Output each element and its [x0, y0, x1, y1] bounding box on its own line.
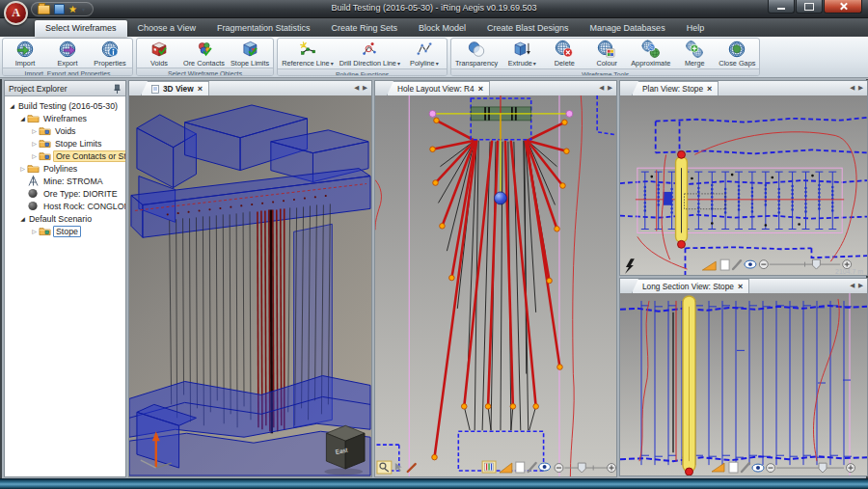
delete-button[interactable]: Delete [543, 39, 585, 68]
globe-properties-icon [100, 40, 120, 59]
tree-item-stope-limits[interactable]: ▷ Stope Limits [5, 137, 125, 149]
tree-item-label: Mine: STROMA [41, 177, 105, 186]
export-button[interactable]: Export [46, 39, 89, 68]
expander-icon[interactable]: ◢ [18, 215, 27, 222]
tab-help[interactable]: Help [676, 20, 716, 37]
close-gaps-button[interactable]: Close Gaps [716, 39, 758, 68]
tab-create-ring-sets[interactable]: Create Ring Sets [320, 20, 408, 37]
hole-layout-viewport[interactable] [375, 95, 616, 476]
window-controls [768, 0, 862, 14]
tab-block-model[interactable]: Block Model [408, 20, 476, 37]
tree-item-stope[interactable]: ▷ Stope [5, 225, 125, 237]
page-tool-icon[interactable] [516, 462, 525, 473]
selected-pillar-block [664, 192, 672, 205]
tab-scroll-arrows[interactable]: ◀ ▶ [850, 282, 864, 289]
tab-scroll-arrows[interactable]: ◀ ▶ [599, 84, 613, 92]
close-tab-icon[interactable]: × [198, 85, 203, 93]
drill-direction-line-button[interactable]: Drill Direction Line▾ [337, 39, 403, 68]
expander-icon[interactable]: ◢ [18, 115, 27, 122]
visibility-eye-icon[interactable] [752, 464, 764, 472]
hole-layout-tab[interactable]: Hole Layout View: R4 × [387, 81, 490, 95]
button-label: Approximate [631, 59, 670, 68]
project-tree: ◢ Build Testing (2016-05-30) ◢ Wireframe… [5, 96, 125, 237]
button-label: Ore Contacts [183, 59, 225, 68]
stope-limits-button[interactable]: Stope Limits [228, 39, 272, 68]
page-tool-icon[interactable] [720, 259, 729, 270]
tab-choose-a-view[interactable]: Choose a View [127, 20, 206, 37]
visibility-eye-icon[interactable] [539, 463, 551, 471]
dropdown-icon[interactable]: ▾ [436, 61, 439, 67]
view-3d-viewport[interactable]: East [129, 95, 371, 476]
expander-icon[interactable]: ▷ [30, 152, 39, 159]
tree-item-host-rock[interactable]: Host Rock: CONGLOMERATE [5, 200, 125, 212]
tab-fragmentation-statistics[interactable]: Fragmentation Statistics [206, 20, 321, 37]
tree-item-wireframes[interactable]: ◢ Wireframes [5, 112, 125, 124]
tab-create-blast-designs[interactable]: Create Blast Designs [476, 20, 580, 37]
title-bar: ★ ▾ Build Testing (2016-05-30) - iRing A… [0, 0, 868, 18]
dropdown-icon[interactable]: ▾ [533, 61, 536, 67]
long-section-viewport[interactable] [620, 293, 867, 475]
minimize-button[interactable] [768, 0, 795, 14]
properties-button[interactable]: Properties [89, 39, 131, 68]
tab-scroll-arrows[interactable]: ◀ ▶ [354, 84, 368, 92]
close-tab-icon[interactable]: × [738, 283, 743, 290]
plan-viewport[interactable]: 2104.7 m [620, 95, 867, 275]
tree-item-ore-type[interactable]: Ore Type: DIORITE [5, 187, 125, 200]
dropdown-icon[interactable]: ▾ [331, 61, 334, 67]
ribbon-group-buttons: Reference Line▾ Drill Direction Line▾ [278, 39, 447, 68]
voids-button[interactable]: Voids [138, 39, 180, 68]
tree-item-project-root[interactable]: ◢ Build Testing (2016-05-30) [5, 99, 125, 112]
project-explorer-header: Project Explorer [5, 81, 125, 96]
polyline-button[interactable]: Polyline▾ [403, 39, 446, 68]
tree-item-polylines[interactable]: ▷ Polylines [5, 162, 125, 175]
approximate-button[interactable]: Approximate [628, 39, 673, 68]
transparency-button[interactable]: Transparency [452, 39, 501, 68]
view-3d-tab[interactable]: 3D View × [141, 81, 209, 95]
expander-icon[interactable]: ▷ [30, 140, 39, 147]
button-label: Voids [150, 59, 168, 68]
reference-handle-left[interactable] [429, 110, 436, 117]
tree-item-mine[interactable]: Mine: STROMA [5, 175, 125, 187]
dropdown-icon[interactable]: ▾ [397, 61, 400, 67]
reference-handle-right[interactable] [566, 110, 573, 117]
close-tab-icon[interactable]: × [478, 85, 483, 93]
colour-button[interactable]: Colour [585, 39, 628, 68]
tree-item-default-scenario[interactable]: ◢ Default Scenario [5, 212, 125, 225]
ring-pivot-dot[interactable] [686, 468, 693, 475]
ribbon-group-label: Wireframe Tools [451, 68, 759, 76]
app-logo[interactable]: A [4, 1, 28, 25]
expander-icon[interactable]: ▷ [18, 165, 27, 172]
globe-import-icon [15, 40, 35, 59]
merge-icon [685, 40, 704, 59]
ring-pivot-dot-top[interactable] [678, 150, 686, 158]
extrude-button[interactable]: Extrude▾ [501, 39, 543, 68]
tab-manage-databases[interactable]: Manage Databases [580, 20, 676, 37]
plan-view-tab[interactable]: Plan View: Stope × [632, 81, 719, 95]
ore-contacts-button[interactable]: Ore Contacts [180, 39, 228, 68]
ring-pivot-dot-bottom[interactable] [678, 240, 686, 248]
tree-item-voids[interactable]: ▷ Voids [5, 124, 125, 137]
tab-scroll-arrows[interactable]: ◀ ▶ [850, 84, 864, 92]
pivot-sphere[interactable] [495, 192, 507, 204]
active-ring-highlight[interactable] [676, 150, 688, 248]
close-tab-icon[interactable]: × [707, 85, 712, 93]
tree-item-label: Ore Contacts or Stope Shapes [53, 150, 125, 162]
visibility-eye-icon[interactable] [745, 260, 756, 268]
close-button[interactable] [824, 0, 862, 14]
expander-icon[interactable]: ◢ [8, 102, 16, 109]
tree-item-ore-contacts[interactable]: ▷ Ore Contacts or Stope Shapes [5, 149, 125, 162]
button-label: Properties [94, 59, 125, 68]
long-section-tab[interactable]: Long Section View: Stope × [632, 279, 749, 293]
pin-icon[interactable] [113, 84, 122, 94]
reference-line-button[interactable]: Reference Line▾ [279, 39, 337, 68]
import-button[interactable]: Import [4, 39, 46, 68]
expander-icon[interactable]: ▷ [30, 127, 39, 134]
active-ring-highlight[interactable] [683, 296, 695, 475]
page-tool-icon[interactable] [729, 462, 738, 473]
expander-icon[interactable]: ▷ [30, 228, 39, 234]
tab-select-wireframes[interactable]: Select Wireframes [35, 20, 127, 37]
tree-item-label: Default Scenario [27, 214, 94, 224]
merge-button[interactable]: Merge [673, 39, 716, 68]
button-label: Extrude▾ [508, 59, 536, 68]
maximize-button[interactable] [796, 0, 823, 14]
